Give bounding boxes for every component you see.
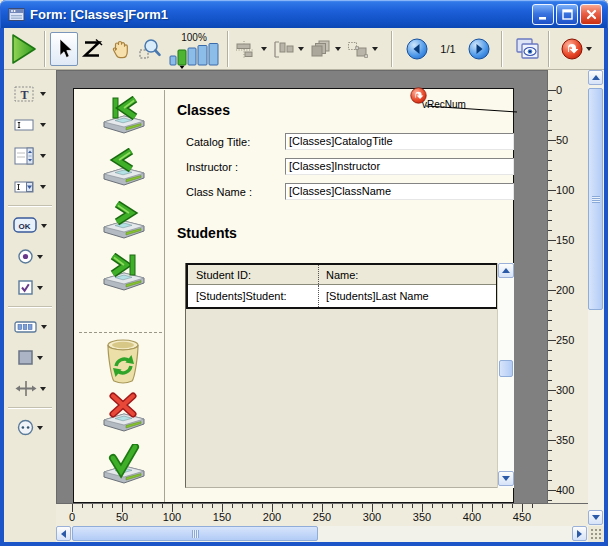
horizontal-scrollbar[interactable] xyxy=(56,526,588,542)
vertical-ruler: 050100150200250300350400 xyxy=(547,70,588,503)
column-divider-line[interactable] xyxy=(164,90,165,502)
dropdown-arrow-icon xyxy=(261,47,267,51)
accept-record-button[interactable] xyxy=(100,444,148,490)
preview-icon xyxy=(514,37,541,62)
text-label-icon: T xyxy=(14,86,37,102)
nav-first-record-button[interactable] xyxy=(100,95,148,141)
ruler-label: 150 xyxy=(556,234,574,246)
maximize-button[interactable] xyxy=(556,4,578,25)
radio-button-tool[interactable] xyxy=(4,243,56,270)
pan-tool-button[interactable] xyxy=(106,32,135,66)
field-input[interactable]: [Classes]Instructor xyxy=(285,158,514,175)
scrollbar-thumb[interactable] xyxy=(72,526,318,541)
button-grid-tool[interactable] xyxy=(4,414,56,441)
button-tool[interactable]: OK xyxy=(4,212,56,239)
arrow-right-icon xyxy=(577,530,582,538)
next-page-icon xyxy=(468,38,490,60)
column-header[interactable]: Student ID: xyxy=(188,269,318,281)
previous-page-button[interactable] xyxy=(403,32,431,66)
form-page[interactable]: Classes vRecNum Catalog Title: [Classes]… xyxy=(73,88,514,503)
delete-record-button[interactable] xyxy=(100,392,148,438)
field-input[interactable]: [Classes]ClassName xyxy=(285,183,514,200)
form-section-title[interactable]: Classes xyxy=(177,102,230,118)
minimize-button[interactable] xyxy=(532,4,554,25)
text-input-icon xyxy=(14,117,37,133)
scroll-right-button[interactable] xyxy=(572,526,587,541)
field-input[interactable]: [Classes]CatalogTitle xyxy=(285,133,514,150)
text-label-tool[interactable]: T xyxy=(4,80,56,107)
ruler-label: 200 xyxy=(257,511,287,523)
listbox-tool[interactable] xyxy=(4,142,56,169)
vertical-scrollbar[interactable] xyxy=(588,70,604,526)
subform-data-row[interactable]: [Students]Student: [Students]Last Name xyxy=(188,285,496,307)
nav-previous-record-button[interactable] xyxy=(100,147,148,193)
previous-page-icon xyxy=(406,38,428,60)
dropdown-arrow-icon xyxy=(586,47,592,51)
rectangle-tool[interactable] xyxy=(4,344,56,371)
dropdown-arrow-icon xyxy=(40,123,46,127)
text-input-tool[interactable] xyxy=(4,111,56,138)
minimize-icon xyxy=(537,8,550,21)
ruler-label: 300 xyxy=(357,511,387,523)
window-border-bottom xyxy=(0,542,608,546)
palette-separator xyxy=(8,407,52,409)
resize-grip[interactable] xyxy=(590,528,603,541)
cursor-icon xyxy=(55,38,73,60)
scroll-down-button[interactable] xyxy=(498,471,514,486)
subform-scrollbar[interactable] xyxy=(497,263,514,488)
maximize-icon xyxy=(561,8,574,21)
dropdown-arrow-icon xyxy=(37,426,43,430)
scroll-down-button[interactable] xyxy=(588,510,603,525)
stop-method-icon xyxy=(561,38,583,60)
size-menu-button[interactable] xyxy=(344,32,381,66)
nav-last-record-button[interactable] xyxy=(100,252,148,298)
ruler-label: 150 xyxy=(207,511,237,523)
entry-order-tool-button[interactable] xyxy=(78,32,106,66)
execute-form-button[interactable] xyxy=(8,32,40,66)
column-header[interactable]: Name: xyxy=(318,265,496,284)
align-menu-button[interactable] xyxy=(233,32,270,66)
design-canvas[interactable]: Classes vRecNum Catalog Title: [Classes]… xyxy=(56,70,547,503)
cancel-record-button[interactable] xyxy=(100,336,148,388)
nav-next-record-button[interactable] xyxy=(100,200,148,246)
title-bar[interactable]: Form: [Classes]Form1 xyxy=(0,0,608,28)
field-label[interactable]: Class Name : xyxy=(186,186,252,198)
button-grid-icon xyxy=(17,419,34,436)
arrow-down-icon xyxy=(592,515,600,520)
scroll-left-button[interactable] xyxy=(56,526,71,541)
dropdown-arrow-icon xyxy=(41,325,47,329)
subform-area[interactable]: Student ID: Name: [Students]Student: [St… xyxy=(185,263,514,488)
scroll-up-button[interactable] xyxy=(588,70,603,85)
zoom-level-label: 100% xyxy=(181,32,207,43)
subform-section-title[interactable]: Students xyxy=(177,225,237,241)
next-page-button[interactable] xyxy=(465,32,493,66)
play-icon xyxy=(11,34,37,64)
toolbar-separator xyxy=(44,31,46,67)
table-cell[interactable]: [Students]Student: xyxy=(188,290,318,302)
close-button[interactable] xyxy=(580,4,602,25)
field-label[interactable]: Instructor : xyxy=(186,161,238,173)
field-label[interactable]: Catalog Title: xyxy=(186,136,250,148)
toolbar-separator xyxy=(391,31,393,67)
distribute-menu-button[interactable] xyxy=(270,32,307,66)
checkbox-tool[interactable] xyxy=(4,274,56,301)
ruler-label: 50 xyxy=(556,134,568,146)
hand-icon xyxy=(109,37,132,61)
zoom-tool-button[interactable] xyxy=(135,32,165,66)
scrollbar-thumb[interactable] xyxy=(499,360,513,377)
method-menu-button[interactable] xyxy=(558,32,595,66)
table-cell[interactable]: [Students]Last Name xyxy=(318,285,496,307)
subform-table[interactable]: Student ID: Name: [Students]Student: [St… xyxy=(186,263,498,309)
splitter-tool[interactable] xyxy=(4,375,56,402)
ruler-label: 350 xyxy=(556,434,574,446)
combobox-tool[interactable] xyxy=(4,173,56,200)
layer-menu-button[interactable] xyxy=(307,32,344,66)
progress-indicator-tool[interactable] xyxy=(4,313,56,340)
horizontal-ruler: 050100150200250300350400450 xyxy=(56,503,588,526)
zoom-level-control[interactable]: 100% xyxy=(169,29,219,69)
preview-button[interactable] xyxy=(511,32,544,66)
palette-separator xyxy=(8,306,52,308)
scrollbar-thumb[interactable] xyxy=(588,88,603,310)
select-tool-button[interactable] xyxy=(50,32,78,66)
scroll-up-button[interactable] xyxy=(498,263,514,278)
